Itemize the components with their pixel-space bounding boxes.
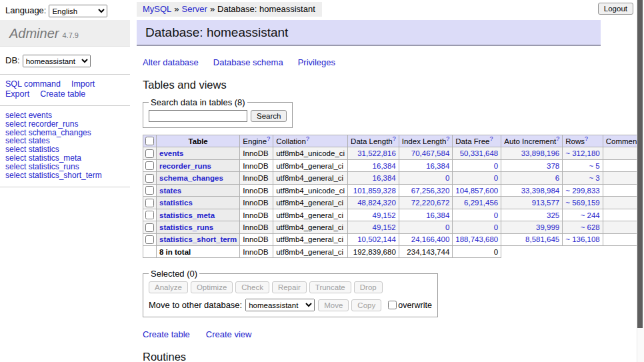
index-length-link[interactable]: 72,220,672 [411,199,450,207]
index-length-link[interactable]: 67,256,320 [411,187,450,195]
data-free-link[interactable]: 0 [494,223,498,231]
bulk-action-button[interactable]: Analyze [149,281,188,293]
search-button[interactable]: Search [251,110,287,122]
language-select[interactable]: English [49,5,107,17]
data-length-link[interactable]: 16,384 [373,174,396,182]
index-length-link[interactable]: 16,384 [426,162,449,170]
rows-count-link[interactable]: ~ 312,180 [565,149,599,157]
overwrite-checkbox[interactable] [388,301,397,309]
move-button[interactable]: Move [318,299,349,311]
data-free-link[interactable]: 0 [494,162,498,170]
row-checkbox[interactable] [145,174,154,183]
table-name-link[interactable]: statistics_meta [159,211,215,219]
auto-increment-link[interactable]: 378 [547,162,559,170]
select-all-checkbox[interactable] [145,137,154,145]
sidebar-link-create-table[interactable]: Create table [40,89,85,99]
data-free-link[interactable]: 188,743,680 [455,235,498,243]
database-nav-link[interactable]: Alter database [143,57,199,67]
auto-increment-link[interactable]: 33,898,196 [521,149,560,157]
data-length-link[interactable]: 16,384 [373,162,396,170]
help-link-icon[interactable]: ? [306,135,309,142]
header-checkbox-cell [143,135,157,147]
bulk-action-button[interactable]: Check [235,281,269,293]
table-name-link[interactable]: statistics_runs [159,223,213,231]
table-name-link[interactable]: statistics_short_term [159,235,237,243]
index-length-link[interactable]: 24,166,400 [411,235,450,243]
logout-button[interactable]: Logout [598,3,633,15]
data-free-link[interactable]: 6,291,456 [464,199,498,207]
adminer-logo[interactable]: Adminer [9,26,59,41]
auto-increment-link[interactable]: 913,577 [532,199,560,207]
table-name-link[interactable]: statistics [159,199,193,207]
breadcrumb-server-link[interactable]: Server [182,4,207,14]
breadcrumb-separator: » [210,4,215,14]
index-length-link[interactable]: 70,467,584 [411,149,450,157]
search-input[interactable] [149,110,247,122]
data-length-link[interactable]: 10,502,144 [357,235,396,243]
table-name-link[interactable]: recorder_runs [159,162,211,170]
rows-count-link[interactable]: ~ 628 [581,223,600,231]
move-row: Move to other database: homeassistant Mo… [149,299,432,311]
help-link-icon[interactable]: ? [446,135,449,142]
index-length-link[interactable]: 16,384 [426,211,449,219]
auto-increment-link[interactable]: 39,999 [536,223,559,231]
auto-increment-link[interactable]: 8,581,645 [525,235,559,243]
data-free-link[interactable]: 0 [494,211,498,219]
table-name-link[interactable]: events [159,149,183,157]
copy-button[interactable]: Copy [351,299,381,311]
data-length-link[interactable]: 49,152 [373,211,396,219]
row-checkbox[interactable] [145,199,154,207]
database-nav-link[interactable]: Database schema [213,57,283,67]
row-checkbox[interactable] [145,235,154,244]
index-length-link[interactable]: 0 [445,223,449,231]
vertical-scrollbar[interactable] [637,0,644,362]
help-link-icon[interactable]: ? [393,135,396,142]
help-link-icon[interactable]: ? [585,135,588,142]
help-link-icon[interactable]: ? [556,135,559,142]
help-link-icon[interactable]: ? [489,135,493,142]
move-database-select[interactable]: homeassistant [245,299,315,311]
database-nav-link[interactable]: Privileges [298,57,335,67]
data-length-cell: 49,152 [348,209,399,221]
engine-cell: InnoDB [240,233,273,245]
rows-count-link[interactable]: ~ 5 [589,162,599,170]
row-checkbox[interactable] [145,149,154,158]
create-link[interactable]: Create view [206,329,252,339]
sidebar-link-sql-command[interactable]: SQL command [5,79,61,89]
rows-count-link[interactable]: ~ 569,159 [565,199,599,207]
row-checkbox[interactable] [145,186,154,195]
data-free-link[interactable]: 50,331,648 [460,149,499,157]
auto-increment-link[interactable]: 6 [555,174,559,182]
bulk-action-button[interactable]: Optimize [191,281,233,293]
index-length-link[interactable]: 0 [445,174,449,182]
scrollbar-thumb[interactable] [637,0,643,328]
data-length-link[interactable]: 49,152 [373,223,396,231]
data-length-link[interactable]: 31,522,816 [357,149,396,157]
auto-increment-link[interactable]: 33,398,984 [521,187,560,195]
sidebar-select-table-link[interactable]: select statistics_short_term [5,171,102,180]
db-select[interactable]: homeassistant [23,55,91,67]
data-free-link[interactable]: 104,857,600 [455,187,498,195]
sidebar-link-import[interactable]: Import [71,79,95,89]
row-checkbox[interactable] [145,161,154,170]
create-link[interactable]: Create table [143,329,190,339]
bulk-action-button[interactable]: Drop [354,281,383,293]
rows-count-link[interactable]: ~ 3 [589,174,599,182]
rows-count-link[interactable]: ~ 299,833 [565,187,599,195]
rows-count-link[interactable]: ~ 244 [581,211,600,219]
table-name-link[interactable]: schema_changes [159,174,223,182]
data-free-link[interactable]: 0 [494,174,498,182]
sidebar-link-export[interactable]: Export [5,89,29,99]
bulk-action-button[interactable]: Truncate [309,281,351,293]
index-length-cell: 16,384 [399,159,453,171]
bulk-action-button[interactable]: Repair [272,281,307,293]
auto-increment-link[interactable]: 325 [547,211,559,219]
row-checkbox[interactable] [145,223,154,232]
rows-count-link[interactable]: ~ 136,108 [565,235,599,243]
table-name-link[interactable]: states [159,187,181,195]
help-link-icon[interactable]: ? [267,135,270,142]
data-length-link[interactable]: 101,859,328 [353,187,396,195]
breadcrumb-mysql-link[interactable]: MySQL [143,4,171,14]
row-checkbox[interactable] [145,211,154,219]
data-length-link[interactable]: 48,824,320 [357,199,396,207]
